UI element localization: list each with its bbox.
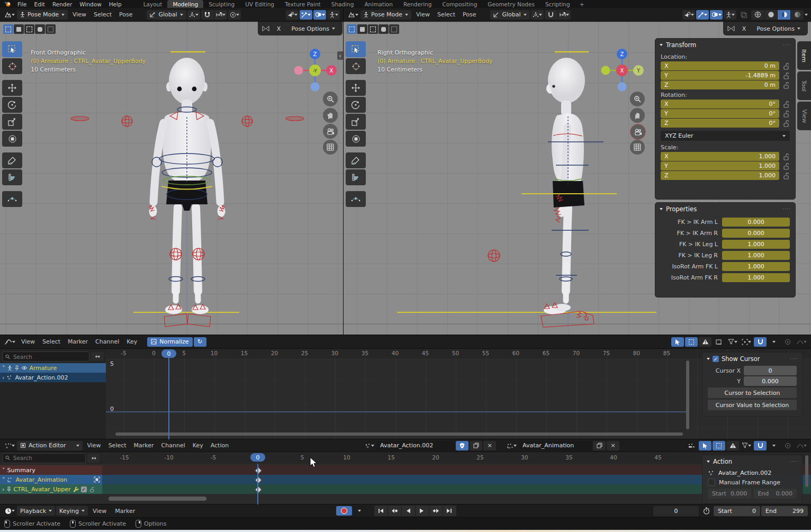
select-box-button[interactable] [357,24,367,34]
select-lasso-button[interactable] [35,24,45,34]
graph-search-input[interactable] [12,353,86,360]
location-field[interactable]: Y-1.4889 m [661,71,779,80]
auto-keying-record-button[interactable] [336,506,352,516]
snap-icon[interactable] [754,337,767,347]
panel-collapse-icon[interactable] [707,461,710,463]
select-lasso-button[interactable] [379,24,389,34]
panel-drag-handle[interactable]: ···· [783,42,791,48]
editor-type-icon[interactable] [3,441,16,450]
link-state-icon[interactable] [94,476,100,483]
use-preview-range-button[interactable] [700,506,713,516]
lock-icon[interactable] [782,153,790,160]
playback-menu[interactable]: Playback [17,506,55,516]
action-start-field[interactable]: Start0.000 [708,489,751,499]
cursor-to-selection-button[interactable]: Cursor to Selection [708,387,797,398]
tool-cursor[interactable] [2,58,22,74]
panel-drag-handle[interactable]: ···· [790,459,798,464]
action-slot-field[interactable]: Avatar_Animation [519,441,592,450]
jump-to-end-button[interactable] [443,506,456,516]
action-end-field[interactable]: End0.000 [753,489,797,499]
graph-current-frame-pill[interactable]: 0 [161,349,176,358]
expand-caret-icon[interactable]: ˅ [2,365,5,372]
channel-action[interactable]: › Avatar_Action.002 [0,373,106,382]
expand-caret-icon[interactable]: ˅ [2,476,5,483]
property-slider[interactable]: 0.000 [722,229,790,238]
select-box-button[interactable] [14,24,24,34]
play-button[interactable] [416,506,429,516]
tool-transform[interactable] [2,131,22,147]
pose-options-dropdown[interactable]: Pose Options [289,24,338,33]
panel-drag-handle[interactable]: ···· [790,356,798,362]
dope-menu-item[interactable]: Action [207,442,232,449]
filter-icon[interactable] [726,337,739,347]
expand-caret-icon[interactable]: ˅ [2,467,5,474]
dope-playhead[interactable] [257,464,258,504]
property-slider[interactable]: 0.000 [722,218,790,227]
next-keyframe-button[interactable] [429,506,443,516]
panel-collapse-icon[interactable] [660,44,663,46]
lock-icon[interactable] [782,82,790,89]
show-cursor-checkbox[interactable]: ✓ [713,356,719,362]
proportional-edit-icon[interactable] [781,337,794,347]
pose-options-dropdown[interactable]: Pose Options [754,24,804,33]
lock-icon[interactable] [782,172,790,179]
frame-end-field[interactable]: End299 [761,506,808,516]
cursor-y-field[interactable]: 0.000 [744,376,797,386]
lock-icon[interactable] [782,101,790,108]
property-slider[interactable]: 1.000 [722,262,790,271]
eye-icon[interactable] [21,366,28,370]
editor-mode-select[interactable]: Action Editor [17,441,83,450]
timeline-view-menu[interactable]: View [89,508,110,515]
tool-rotate[interactable] [346,97,366,113]
tool-scale[interactable] [346,114,366,130]
lock-icon[interactable] [782,62,790,70]
edit-cursor-icon[interactable] [699,441,711,450]
tool-select-box[interactable] [346,41,366,57]
workspace-tab[interactable]: Layout [138,0,168,8]
filter-icon[interactable] [740,441,753,450]
tab-tool[interactable]: Tool [797,71,811,100]
graph-menu-item[interactable]: Channel [92,338,123,345]
location-field[interactable]: Z0 m [661,80,779,89]
property-slider[interactable]: 1.000 [722,273,790,282]
graph-menu-item[interactable]: Marker [64,338,92,345]
normalize-toggle[interactable]: Normalize [147,337,192,347]
graph-playhead[interactable] [168,357,169,439]
graph-menu-item[interactable]: Key [123,338,141,345]
tab-view[interactable]: View [797,102,811,130]
snap-icon[interactable] [754,441,767,450]
tool-scale[interactable] [2,114,22,130]
keying-set-chevron[interactable] [353,506,366,516]
lock-icon[interactable] [89,486,95,492]
app-menu-item[interactable]: Window [76,1,105,7]
falloff-curve-icon[interactable] [795,441,808,450]
keying-menu[interactable]: Keying [56,506,88,516]
panel-drag-handle[interactable]: ···· [783,206,791,212]
keyframe-diamond[interactable] [255,476,262,484]
scale-field[interactable]: Z1.000 [661,171,779,180]
location-field[interactable]: X0 m [661,61,779,70]
channel-row-animation[interactable]: ˅ Avatar_Animation [0,475,811,484]
normalize-auto-refresh-button[interactable]: ↻ [194,337,206,347]
falloff-curve-icon[interactable] [795,337,808,347]
nla-strip-icon[interactable] [685,441,698,450]
tool-measure[interactable] [2,169,22,185]
tool-cursor[interactable] [346,58,366,74]
tool-move[interactable] [346,80,366,96]
app-menu-item[interactable]: Edit [31,1,49,7]
mirror-x-toggle[interactable]: X [738,24,751,33]
fake-user-shield-button[interactable] [456,441,468,450]
workspace-tab[interactable]: Shading [326,0,359,8]
graph-menu-item[interactable]: View [17,338,39,345]
workspace-tab[interactable]: Modeling [167,0,203,8]
rotation-field[interactable]: X0° [661,100,779,109]
scale-field[interactable]: Y1.000 [661,161,779,170]
property-slider[interactable]: 1.000 [722,251,790,260]
cursor-x-field[interactable]: 0 [744,366,797,375]
timeline-marker-menu[interactable]: Marker [111,508,139,515]
prev-keyframe-button[interactable] [388,506,401,516]
edit-cursor-icon[interactable] [671,337,684,347]
tool-transform[interactable] [346,131,366,147]
dope-hscrollbar[interactable] [109,497,206,501]
lock-icon[interactable] [782,163,790,170]
